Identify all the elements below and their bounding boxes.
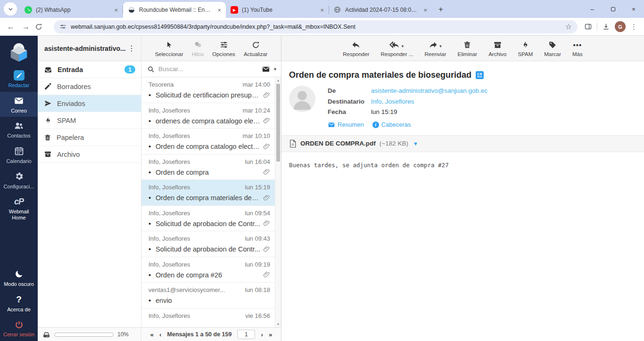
dropdown-caret-icon[interactable]: ▼ (439, 45, 443, 49)
tab-close-icon[interactable]: × (113, 6, 119, 14)
sidebar-item-acerca-de[interactable]: ? Acerca de (0, 291, 38, 316)
prev-page-button[interactable]: ‹ (159, 331, 162, 338)
message-row[interactable]: Info, Josefloreslun 09:19 •Orden de comp… (141, 257, 275, 283)
search-input[interactable] (158, 65, 258, 73)
threads-button[interactable]: Hilos (192, 40, 204, 57)
more-button[interactable]: ••• Más (572, 40, 583, 57)
attachment-menu-caret-icon[interactable]: ▼ (413, 141, 418, 146)
tab-youtube[interactable]: ▶ (1) YouTube × (226, 2, 329, 18)
button-label: Más (572, 51, 583, 57)
sidebar-item-modo-oscuro[interactable]: Modo oscuro (0, 265, 38, 291)
sidebar-item-webmail-home[interactable]: cP Webmail Home (0, 193, 38, 224)
message-row-selected[interactable]: Info, Josefloreslun 15:19 •Orden de comp… (141, 180, 275, 206)
side-panel-icon[interactable] (584, 23, 592, 31)
minimize-button[interactable]: – (582, 6, 603, 13)
message-row[interactable]: Info, Josefloreslun 09:43 •Solicitud de … (141, 231, 275, 257)
download-icon[interactable] (602, 23, 610, 31)
message-row[interactable]: Info, Josefloresmar 10:10 •Orden de comp… (141, 129, 275, 154)
list-scrollbar[interactable]: ▲ ▼ (275, 77, 281, 327)
message-row[interactable]: Info, Josefloreslun 16:04 •Orden de comp… (141, 154, 275, 180)
pencil-icon (44, 82, 52, 90)
folder-enviados[interactable]: Enviados (38, 95, 141, 112)
options-button[interactable]: Opciones (212, 40, 235, 57)
search-scope-icon[interactable] (262, 65, 270, 73)
sidebar-item-calendario[interactable]: Calendario (0, 142, 38, 168)
tab-actividad[interactable]: Actividad 2024-07-15 08:00:00 × (329, 2, 432, 18)
from-address-link[interactable]: asistente-administrativo@sanjuan.gob.ec (371, 86, 487, 97)
sidebar-item-contactos[interactable]: Contactos (0, 117, 38, 142)
folder-papelera[interactable]: Papelera (38, 129, 141, 146)
scroll-up-icon[interactable]: ▲ (275, 79, 281, 82)
message-row[interactable]: ventas1@serviciosycomer...lun 08:18 •env… (141, 283, 275, 309)
date-label: Fecha (328, 107, 371, 118)
back-button[interactable]: ← (5, 23, 17, 31)
tab-close-icon[interactable]: × (319, 6, 325, 14)
close-window-button[interactable]: × (623, 6, 644, 13)
next-page-button[interactable]: › (261, 331, 263, 338)
attachment-bar[interactable]: ORDEN DE COMPRA.pdf (~182 KB) ▼ (281, 135, 644, 152)
folder-entrada[interactable]: Entrada 1 (38, 61, 141, 78)
profile-avatar[interactable]: G (615, 21, 626, 32)
scroll-down-icon[interactable]: ▼ (275, 323, 281, 326)
folder-borradores[interactable]: Borradores (38, 78, 141, 95)
sidebar-item-correo[interactable]: Correo (0, 92, 38, 117)
forward-icon (429, 40, 438, 49)
tab-title: Actividad 2024-07-15 08:00:00 (345, 7, 419, 13)
forward-button[interactable]: ▼ Reenviar (425, 40, 446, 57)
attachment-name[interactable]: ORDEN DE COMPRA.pdf (300, 140, 376, 147)
forward-button[interactable]: → (20, 23, 32, 31)
sidebar-item-cerrar-sesion[interactable]: Cerrar sesión (0, 316, 38, 341)
mail-header-block: De asistente-administrativo@sanjuan.gob.… (281, 84, 644, 135)
tab-search-button[interactable] (4, 2, 17, 16)
mail-content: Orden de compra materiales de biosegurid… (281, 61, 644, 341)
message-row[interactable]: Info, Josefloresmar 10:24 •ordenes de co… (141, 103, 275, 129)
tab-close-icon[interactable]: × (422, 6, 428, 14)
open-in-new-window-icon[interactable] (476, 71, 484, 79)
account-menu-icon[interactable]: ⋮ (126, 44, 137, 53)
button-label: Seleccionar (155, 51, 183, 57)
archive-button[interactable]: Archivo (488, 40, 506, 57)
search-options-chevron-icon[interactable]: ▾ (274, 66, 276, 72)
tab-whatsapp[interactable]: (2) WhatsApp × (20, 2, 123, 18)
headers-button[interactable]: i Cabeceras (372, 121, 411, 128)
window-controls: – × (582, 0, 644, 18)
message-row[interactable]: Tesoreriamar 14:00 •Solicitud de certifi… (141, 77, 275, 103)
page-number-input[interactable] (237, 330, 255, 339)
message-row[interactable]: Info, Josefloresvie 16:56 (141, 309, 275, 328)
sidebar-item-label: Cerrar sesión (3, 332, 34, 338)
reload-button[interactable] (35, 23, 47, 31)
app-sidebar: Redactar Correo Contactos Calendario Con (0, 36, 38, 341)
bookmark-star-icon[interactable]: ☆ (565, 22, 572, 31)
new-tab-button[interactable]: + (435, 3, 447, 16)
pdf-file-icon (289, 139, 297, 148)
tab-roundcube[interactable]: Roundcube Webmail :: Enviado: × (123, 2, 226, 18)
sidebar-item-configuracion[interactable]: Configuraci... (0, 168, 38, 193)
summary-button[interactable]: Resumen (328, 121, 364, 129)
delete-button[interactable]: Eliminar (458, 40, 478, 57)
reply-all-button[interactable]: ▼ Responder ... (381, 40, 413, 57)
unread-dot: • (149, 273, 156, 277)
browser-menu-icon[interactable]: ⋮ (630, 23, 637, 31)
url-text[interactable]: webmail.sanjuan.gob.ec/cpsess8149950884/… (71, 24, 561, 30)
tab-close-icon[interactable]: × (216, 6, 222, 14)
address-bar[interactable]: webmail.sanjuan.gob.ec/cpsess8149950884/… (54, 20, 578, 33)
last-page-button[interactable]: » (269, 331, 272, 338)
spam-button[interactable]: SPAM (518, 40, 533, 57)
folder-archivo[interactable]: Archivo (38, 146, 141, 163)
sidebar-item-redactar[interactable]: Redactar (0, 66, 38, 92)
refresh-button[interactable]: Actualizar (244, 40, 268, 57)
maximize-button[interactable] (603, 6, 623, 13)
select-button[interactable]: Seleccionar (155, 40, 183, 57)
first-page-button[interactable]: « (150, 331, 154, 338)
roundcube-icon (128, 6, 135, 14)
message-row[interactable]: Info, Josefloreslun 09:54 •Solicitud de … (141, 206, 275, 232)
scrollbar-thumb[interactable] (276, 84, 280, 162)
mark-button[interactable]: Marcar (544, 40, 561, 57)
fire-icon (44, 116, 52, 124)
reply-button[interactable]: Responder (343, 40, 369, 57)
site-settings-icon[interactable] (59, 23, 66, 30)
unread-dot: • (149, 93, 156, 97)
folder-spam[interactable]: SPAM (38, 112, 141, 129)
to-recipients-link[interactable]: Info, Joseflores (371, 97, 414, 107)
dropdown-caret-icon[interactable]: ▼ (401, 45, 405, 49)
